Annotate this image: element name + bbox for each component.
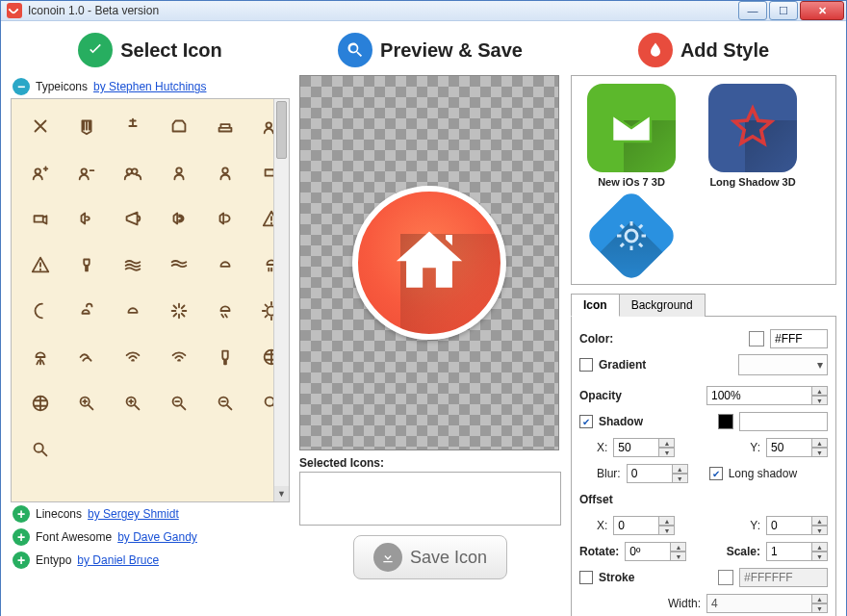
- scroll-down-icon[interactable]: ▼: [274, 486, 289, 501]
- select-icon-title: Select Icon: [120, 39, 222, 62]
- cloud-outline-icon[interactable]: [114, 290, 152, 332]
- style-diamond[interactable]: [579, 192, 683, 280]
- stroke-color-input[interactable]: [739, 568, 828, 587]
- pack-author-link[interactable]: by Stephen Hutchings: [93, 80, 206, 93]
- color-swatch[interactable]: [749, 331, 764, 346]
- rotate-label: Rotate:: [579, 545, 619, 558]
- minimize-button[interactable]: —: [738, 1, 767, 20]
- scroll-thumb[interactable]: [276, 101, 287, 159]
- icon-pack-entypo[interactable]: +Entypo by Daniel Bruce: [11, 549, 290, 572]
- waves-outline-icon[interactable]: [160, 244, 198, 286]
- wifi-outline-icon[interactable]: [114, 336, 152, 378]
- offset-y-spinner[interactable]: ▲▼: [766, 516, 828, 535]
- pack-label: Typeicons: [36, 80, 88, 93]
- titlebar: Iconoin 1.0 - Beta version — ☐ ✕: [1, 1, 846, 21]
- expand-icon[interactable]: +: [13, 505, 30, 523]
- user-outline-icon[interactable]: [160, 151, 198, 193]
- megaphone-icon[interactable]: [114, 197, 152, 240]
- shadow-color-swatch[interactable]: [718, 414, 733, 429]
- weather-partly-icon[interactable]: [67, 290, 106, 332]
- shadow-y-spinner[interactable]: ▲▼: [766, 438, 828, 457]
- pack-author-link[interactable]: by Sergey Shmidt: [88, 507, 179, 521]
- selected-icons-label: Selected Icons:: [299, 456, 561, 470]
- gradient-combo[interactable]: ▾: [738, 354, 828, 375]
- user-remove-icon[interactable]: [67, 151, 106, 193]
- pack-label: Font Awesome: [36, 530, 112, 544]
- long-shadow-checkbox[interactable]: ✔: [709, 467, 723, 480]
- property-tabs: Icon Background: [571, 293, 836, 316]
- icon-pack-typeicons[interactable]: − Typeicons by Stephen Hutchings: [11, 75, 290, 98]
- stroke-width-spinner[interactable]: ▲▼: [706, 594, 828, 613]
- shadow-label: Shadow: [599, 415, 643, 428]
- cloud-icon[interactable]: [206, 244, 244, 286]
- envelope-icon: [607, 111, 655, 145]
- pack-author-link[interactable]: by Daniel Bruce: [77, 553, 159, 567]
- scale-label: Scale:: [727, 545, 760, 558]
- pushpin-icon[interactable]: [114, 105, 152, 147]
- warning-icon[interactable]: [21, 244, 60, 286]
- volume-icon[interactable]: [160, 197, 198, 240]
- user-icon[interactable]: [206, 151, 244, 193]
- add-style-title: Add Style: [680, 39, 769, 62]
- selected-icons-box[interactable]: [299, 472, 561, 526]
- volume-outline-icon[interactable]: [206, 197, 244, 240]
- shadow-x-spinner[interactable]: ▲▼: [613, 438, 675, 457]
- maximize-button[interactable]: ☐: [769, 1, 798, 20]
- wind-icon[interactable]: [67, 336, 106, 378]
- scale-spinner[interactable]: ▲▼: [766, 542, 828, 561]
- zoom-in-icon[interactable]: [67, 382, 106, 424]
- waves-icon[interactable]: [114, 244, 152, 286]
- trash-icon[interactable]: [67, 105, 106, 147]
- icon-pack-font-awesome[interactable]: +Font Awesome by Dave Gandy: [11, 526, 290, 549]
- wine-icon[interactable]: [206, 336, 244, 378]
- tab-icon[interactable]: Icon: [571, 294, 620, 317]
- shadow-color-input[interactable]: [739, 412, 828, 431]
- opacity-spinner[interactable]: ▲▼: [706, 386, 828, 405]
- window-title: Iconoin 1.0 - Beta version: [28, 4, 736, 17]
- storm-icon[interactable]: [21, 336, 60, 378]
- rotate-spinner[interactable]: ▲▼: [625, 542, 686, 561]
- watch-icon[interactable]: [67, 244, 106, 286]
- inbox-icon[interactable]: [160, 105, 198, 147]
- icon-tab-panel: Color: Gradient ▾ Opacity ▲▼ ✔: [571, 316, 836, 616]
- user-add-icon[interactable]: [21, 151, 60, 193]
- zoom-out-outline-icon[interactable]: [206, 382, 244, 424]
- style-long-shadow-3d[interactable]: Long Shadow 3D: [701, 84, 805, 188]
- scissors-icon[interactable]: [21, 105, 60, 147]
- zoom-in-outline-icon[interactable]: [114, 382, 152, 424]
- save-button-label: Save Icon: [410, 548, 487, 568]
- stroke-checkbox[interactable]: [579, 571, 593, 584]
- stroke-swatch[interactable]: [718, 570, 733, 585]
- camcorder-icon[interactable]: [21, 197, 60, 240]
- tab-background[interactable]: Background: [619, 294, 706, 317]
- pack-author-link[interactable]: by Dave Gandy: [117, 530, 197, 544]
- globe-outline-icon[interactable]: [21, 382, 60, 424]
- offset-x-spinner[interactable]: ▲▼: [613, 516, 675, 535]
- scrollbar[interactable]: ▼: [273, 99, 289, 501]
- expand-icon[interactable]: +: [13, 552, 30, 569]
- long-shadow-label: Long shadow: [729, 467, 797, 480]
- opacity-label: Opacity: [579, 389, 622, 402]
- style-ios7-3d[interactable]: New iOs 7 3D: [579, 84, 683, 188]
- wifi-icon[interactable]: [160, 336, 198, 378]
- gradient-checkbox[interactable]: [579, 358, 593, 372]
- content: Select Icon − Typeicons by Stephen Hutch…: [1, 21, 846, 616]
- pack-label: Linecons: [36, 507, 82, 521]
- showers-icon[interactable]: [206, 290, 244, 332]
- user-group-icon[interactable]: [114, 151, 152, 193]
- zoom-out-icon[interactable]: [160, 382, 198, 424]
- color-input[interactable]: [770, 329, 828, 348]
- collapse-icon[interactable]: −: [13, 78, 30, 95]
- moon-icon[interactable]: [21, 290, 60, 332]
- expand-icon[interactable]: +: [13, 528, 30, 546]
- preview-title: Preview & Save: [380, 39, 523, 62]
- icon-pack-linecons[interactable]: +Linecons by Sergey Shmidt: [11, 502, 290, 526]
- shadow-checkbox[interactable]: ✔: [579, 415, 593, 428]
- volume-low-icon[interactable]: [67, 197, 106, 240]
- search-outline-icon[interactable]: [21, 428, 60, 471]
- archive-icon[interactable]: [206, 105, 244, 147]
- close-button[interactable]: ✕: [800, 1, 844, 20]
- save-icon-button[interactable]: Save Icon: [353, 535, 507, 579]
- snowflake-icon[interactable]: [160, 290, 198, 332]
- blur-spinner[interactable]: ▲▼: [627, 464, 688, 483]
